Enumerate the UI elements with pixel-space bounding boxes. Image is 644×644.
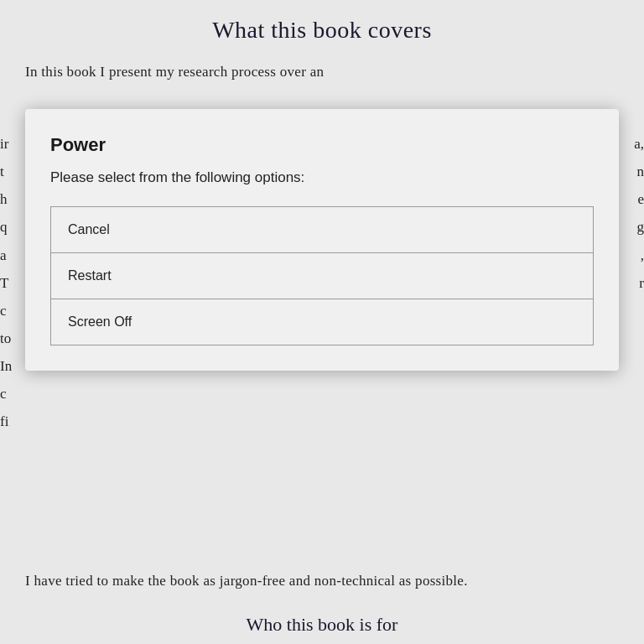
book-chapter-title: What this book covers <box>25 17 619 44</box>
left-edge-text: ir t h q a T c to In c fi <box>0 130 25 436</box>
book-paragraph-bottom: I have tried to make the book as jargon-… <box>25 569 619 594</box>
right-edge-text: a, n e g , r <box>619 130 644 297</box>
modal-title: Power <box>50 134 594 156</box>
power-modal: Power Please select from the following o… <box>25 109 619 371</box>
modal-buttons-container: Cancel Restart Screen Off <box>50 206 594 345</box>
screen-off-button[interactable]: Screen Off <box>51 299 593 345</box>
book-subtitle-bottom: Who this book is for <box>247 614 398 635</box>
book-paragraph-1: In this book I present my research proce… <box>25 60 619 85</box>
book-bottom-text: I have tried to make the book as jargon-… <box>0 569 644 594</box>
restart-button[interactable]: Restart <box>51 253 593 299</box>
cancel-button[interactable]: Cancel <box>51 207 593 253</box>
modal-subtitle: Please select from the following options… <box>50 169 594 186</box>
